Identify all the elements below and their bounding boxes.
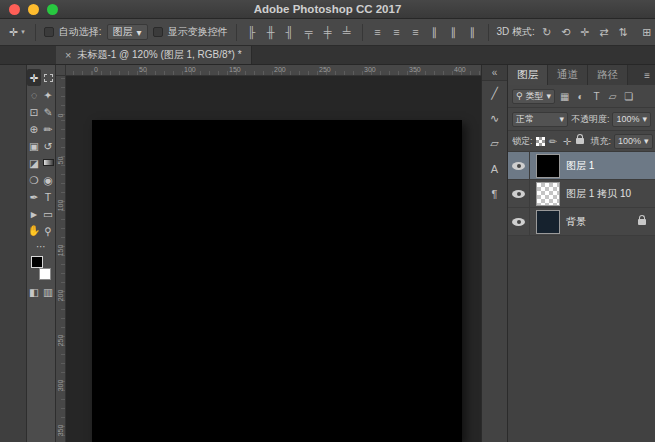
distribute-top-icon[interactable]: ≡ [371, 24, 385, 41]
quick-selection-tool[interactable]: ✦ [41, 86, 55, 103]
distribute-v-center-icon[interactable]: ≡ [390, 24, 404, 41]
screen-mode-button[interactable]: ▥ [41, 283, 55, 300]
tools-panel: ✛ ◌ ✦ ⊡ ✎ ⊕ ✏ ▣ ↺ ◪ ❍ ◉ ✒ T ► ▭ ✋ ⚲ ⋯ ◧ … [26, 65, 56, 442]
tool-preset-dropdown[interactable]: ✛ ▾ [7, 26, 27, 39]
visibility-toggle[interactable] [508, 152, 530, 179]
ruler-label: 150 [57, 242, 64, 260]
vertical-ruler[interactable]: 0 50 100 150 200 250 300 350 [56, 76, 66, 442]
minimize-window-button[interactable] [28, 4, 39, 15]
distribute-left-icon[interactable]: ∥ [428, 24, 442, 41]
history-brush-tool[interactable]: ↺ [41, 137, 55, 154]
panel-menu-icon[interactable]: ≡ [639, 65, 655, 85]
edit-toolbar-button[interactable]: ⋯ [27, 239, 55, 253]
paragraph-panel-icon[interactable]: ¶ [482, 181, 507, 206]
pen-tool[interactable]: ✒ [27, 188, 41, 205]
tab-channels[interactable]: 通道 [548, 65, 588, 85]
align-v-center-icon[interactable]: ╪ [321, 24, 335, 41]
document-canvas[interactable] [92, 120, 462, 442]
move-tool[interactable]: ✛ [27, 69, 41, 86]
visibility-toggle[interactable] [508, 180, 530, 207]
character-panel-icon[interactable]: A [482, 156, 507, 181]
distribute-right-icon[interactable]: ∥ [466, 24, 480, 41]
lock-transparent-pixels-icon[interactable] [536, 137, 545, 146]
shape-tool[interactable]: ▭ [41, 205, 55, 222]
quick-mask-button[interactable]: ◧ [27, 283, 41, 300]
dodge-tool[interactable]: ◉ [41, 171, 55, 188]
document-tab[interactable]: × 未标题-1 @ 120% (图层 1, RGB/8*) * [56, 46, 252, 64]
foreground-color-swatch[interactable] [31, 256, 43, 268]
layer-thumbnail[interactable] [536, 154, 560, 178]
background-color-swatch[interactable] [39, 268, 51, 280]
tab-paths[interactable]: 路径 [588, 65, 628, 85]
document-tab-bar: × 未标题-1 @ 120% (图层 1, RGB/8*) * [0, 46, 655, 65]
layer-row[interactable]: 图层 1 [508, 152, 655, 180]
3d-roll-icon[interactable]: ⟲ [559, 24, 573, 41]
options-bar: ✛ ▾ 自动选择: 图层 ▾ 显示变换控件 ╟ ╫ ╢ ╤ ╪ ╧ ≡ ≡ ≡ … [0, 19, 655, 46]
brush-tool[interactable]: ✏ [41, 120, 55, 137]
divider [362, 24, 363, 41]
opacity-dropdown[interactable]: 100% ▾ [612, 112, 651, 127]
layer-thumbnail[interactable] [536, 182, 560, 206]
tab-bar-spacer [0, 46, 56, 64]
auto-select-dropdown[interactable]: 图层 ▾ [107, 24, 148, 40]
gradient-tool[interactable] [41, 154, 55, 171]
blend-mode-dropdown[interactable]: 正常 ▾ [512, 112, 568, 127]
tab-layers[interactable]: 图层 [508, 65, 548, 85]
type-tool[interactable]: T [41, 188, 55, 205]
align-bottom-icon[interactable]: ╧ [340, 24, 354, 41]
layer-name: 图层 1 拷贝 10 [566, 187, 631, 201]
layer-row[interactable]: 图层 1 拷贝 10 [508, 180, 655, 208]
layer-row[interactable]: 背景 [508, 208, 655, 236]
expand-panels-button[interactable]: « [482, 65, 507, 81]
divider [488, 24, 489, 41]
align-right-icon[interactable]: ╢ [283, 24, 297, 41]
blur-tool[interactable]: ❍ [27, 171, 41, 188]
zoom-tool[interactable]: ⚲ [41, 222, 55, 239]
distribute-h-center-icon[interactable]: ∥ [447, 24, 461, 41]
filter-smart-objects-icon[interactable]: ❏ [622, 91, 635, 102]
ruler-label: 350 [57, 422, 64, 440]
zoom-window-button[interactable] [47, 4, 58, 15]
fill-dropdown[interactable]: 100% ▾ [614, 134, 653, 149]
auto-select-checkbox[interactable] [44, 27, 54, 37]
marquee-tool[interactable] [41, 69, 55, 86]
filter-pixel-layers-icon[interactable]: ▦ [558, 91, 571, 102]
filter-adjustment-layers-icon[interactable]: ◐ [574, 91, 587, 102]
filter-kind-dropdown[interactable]: ⚲ 类型 ▾ [512, 89, 555, 104]
filter-shape-layers-icon[interactable]: ▱ [606, 91, 619, 102]
curves-panel-icon[interactable]: ∿ [482, 106, 507, 131]
horizontal-ruler[interactable]: 0 50 100 150 200 250 300 350 400 [66, 65, 481, 76]
lasso-tool[interactable]: ◌ [27, 86, 41, 103]
crop-tool[interactable]: ⊡ [27, 103, 41, 120]
libraries-panel-icon[interactable]: ▱ [482, 131, 507, 156]
close-window-button[interactable] [9, 4, 20, 15]
close-tab-icon[interactable]: × [65, 49, 71, 61]
3d-pan-icon[interactable]: ✛ [578, 24, 592, 41]
clone-stamp-tool[interactable]: ▣ [27, 137, 41, 154]
grid-icon[interactable]: ⊞ [640, 24, 654, 41]
hand-tool[interactable]: ✋ [27, 222, 41, 239]
align-left-icon[interactable]: ╟ [245, 24, 259, 41]
eyedropper-tool[interactable]: ✎ [41, 103, 55, 120]
3d-scale-icon[interactable]: ⇅ [616, 24, 630, 41]
lock-image-pixels-icon[interactable]: ✏ [548, 136, 559, 147]
ruler-label: 50 [57, 152, 64, 170]
marquee-icon [44, 74, 53, 82]
align-top-icon[interactable]: ╤ [302, 24, 316, 41]
healing-brush-tool[interactable]: ⊕ [27, 120, 41, 137]
align-h-center-icon[interactable]: ╫ [264, 24, 278, 41]
measure-panel-icon[interactable]: ╱ [482, 81, 507, 106]
opacity-label: 不透明度: [571, 113, 610, 126]
layer-name: 背景 [566, 215, 586, 229]
lock-position-icon[interactable]: ✛ [562, 136, 573, 147]
path-selection-tool[interactable]: ► [27, 205, 41, 222]
layer-thumbnail[interactable] [536, 210, 560, 234]
3d-slide-icon[interactable]: ⇄ [597, 24, 611, 41]
visibility-toggle[interactable] [508, 208, 530, 235]
filter-type-layers-icon[interactable]: T [590, 91, 603, 102]
eraser-tool[interactable]: ◪ [27, 154, 41, 171]
lock-all-icon[interactable] [576, 138, 584, 144]
distribute-bottom-icon[interactable]: ≡ [409, 24, 423, 41]
3d-rotate-icon[interactable]: ↻ [540, 24, 554, 41]
show-transform-checkbox[interactable] [153, 27, 163, 37]
